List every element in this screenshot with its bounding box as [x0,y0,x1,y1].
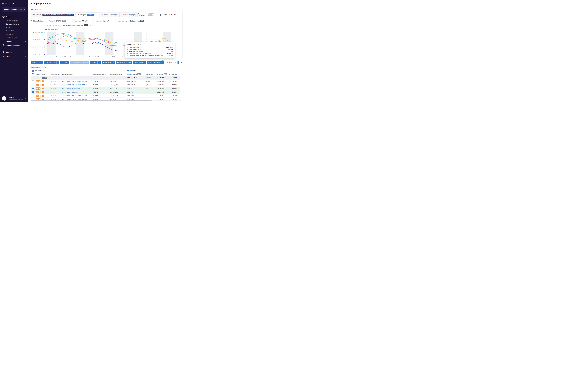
sidebar-group-help[interactable]: ?Help▾ [0,54,28,58]
campaign-name-link[interactable]: CAROUSEL_SLIDESHOW_PROMO [63,84,87,86]
row-checkbox[interactable] [32,88,34,90]
add-new-metric-link[interactable]: + Add new metric [45,29,58,30]
remove-metric-icon[interactable]: × [90,24,91,26]
chevron-down-icon[interactable]: ▾ [67,20,67,22]
customize-view-button[interactable]: Customize view▾ [178,60,183,64]
create-filter-label[interactable]: Create filter [34,9,42,10]
metric-chip-ctr-all[interactable]: FacebookCTR (all)▾× [71,19,91,23]
edit-button[interactable]: Edit▾ [90,60,101,64]
remove-metric-icon[interactable]: × [146,20,147,22]
sidebar-group-google[interactable]: GGoogle▾ [0,39,28,43]
chevron-down-icon[interactable]: ▾ [99,62,99,63]
remove-metric-icon[interactable]: × [89,20,90,22]
remove-metric-icon[interactable]: × [68,20,69,22]
row-checkbox[interactable] [32,91,34,93]
status-toggle[interactable]: ON [36,88,41,90]
clone-button[interactable]: Clone [60,60,69,64]
expand-caret-icon[interactable]: ▾ [62,84,63,86]
table-row[interactable]: ON ! NO DATA ▾CAROUSEL_SLIDESHOW_PROMO A… [31,83,180,87]
analyze-product-data-button[interactable]: Analyze Product DataNEW [147,60,164,64]
more-actions-button[interactable]: More actions▾ [133,60,146,64]
date-comparison-toggle[interactable]: OFF [148,14,154,16]
breakdowns-none-button[interactable]: Breakdowns: None▾ [116,60,132,64]
export-button[interactable]: Export▾ [165,60,177,64]
date-range-picker[interactable]: Jun 18 - Jul 18, 2022 [158,13,178,17]
campaign-name-link[interactable]: CAROUSEL_CAMPAIGN [63,92,80,93]
vertical-scrollbar[interactable] [182,11,183,58]
campaign-name-link[interactable]: CAROUSEL_CAMPAIGN [63,88,80,90]
sidebar-group-settings[interactable]: ⚙Settings▾ [0,50,28,54]
horizontal-scrollbar[interactable] [31,100,152,101]
header-campaign-status[interactable]: Campaign Status ↑↓ [92,72,109,76]
chevron-down-icon[interactable]: ▾ [89,25,90,26]
row-checkbox[interactable] [32,95,34,97]
tooltip-metric-label: Facebook – CPC (all): [129,46,142,48]
chart-icon[interactable] [169,74,170,75]
prev-date-range-arrow[interactable]: ‹ [156,14,157,16]
add-to-chart-button[interactable]: Add to chart▾ [44,60,60,64]
chevron-down-icon[interactable]: ▾ [175,62,176,63]
tab-ad-accounts[interactable]: Ad Accounts Ad Account - Mixed Ads (impo… [31,12,76,17]
table-row[interactable]: ON ! NO DATA ▾CAROUSEL_CAMPAIGN ACTIVE N… [31,90,180,94]
expand-caret-icon[interactable]: ▾ [62,81,63,82]
sidebar-group-facebook[interactable]: fFacebook▴ [0,15,28,19]
campaign-name-link[interactable]: CAROUSEL_SLIDESHOW_PROMO [63,80,87,82]
row-checkbox[interactable] [32,80,34,82]
table-row[interactable]: ON ! NO DATA ▾CAROUSEL_SLIDESHOW_PROMO A… [31,80,180,83]
remove-metric-icon[interactable]: × [111,20,112,22]
chevron-down-icon[interactable]: ▾ [110,20,110,22]
user-profile[interactable]: Your Name your.email@company.com ▾ [0,94,28,102]
chevron-down-icon[interactable]: ▾ [58,62,58,63]
next-date-range-arrow[interactable]: › [179,14,180,16]
metric-prefix: Facebook [117,20,124,22]
metric-chip-cost-per-outbound-click[interactable]: FacebookCost per Outbound ClickPLN▾× [114,19,148,23]
row-checkbox[interactable] [32,84,34,86]
tab-ads[interactable]: Ads for 2 Campaigns [119,12,138,17]
button-label: Breakdowns: None [117,62,130,63]
status-toggle[interactable]: ON [36,91,41,93]
sidebar-item-audiences[interactable]: Audiences [0,26,28,29]
chevron-down-icon: ▾ [24,9,25,10]
metric-label: CPC (all) [56,20,62,22]
y-tick: 0.09 [32,32,34,34]
sidebar-item-automation[interactable]: Automation [0,29,28,32]
sidebar-group-product-segments[interactable]: Product Segments [0,43,28,47]
chart-options-link[interactable]: ⚙ Chart Options [31,19,43,22]
tab-campaigns[interactable]: Campaigns 2 selected × [76,12,99,17]
status-toggle[interactable]: ON [36,84,41,86]
tooltip-metric-label: Facebook – Cost per Outbound Click: [129,53,152,54]
campaign-name-link[interactable]: CAROUSEL_SLIDESHOW_PROMO [63,95,87,97]
tab-ad-sets[interactable]: Ad Sets for 2 Campaigns [99,12,120,17]
header-campaign-created[interactable]: Campaign Created ↓ [109,72,126,76]
sidebar-item-product-insights[interactable]: Product Insights [0,36,28,39]
status-toggle[interactable]: ON [36,80,41,82]
expand-caret-icon[interactable]: ▾ [62,88,63,89]
chart-icon[interactable] [154,74,155,75]
expand-caret-icon[interactable]: ▾ [62,95,63,96]
refine-audience-button[interactable]: Refine audience [102,60,115,64]
metric-chip-cpc-all[interactable]: FacebookCPC (all)USD▾× [46,19,70,23]
select-all-checkbox[interactable] [32,74,34,75]
remove-filter-icon[interactable]: × [72,14,74,16]
sidebar-item-create-campaign[interactable]: Create Campaign [0,19,28,22]
metric-chip-fb-action-advertising-to-sales-ratio[interactable]: Adds to Cart (all)(FB Action) Advertisin… [46,24,92,27]
pause-button[interactable]: Pause▾ [31,60,43,64]
expand-caret-icon[interactable]: ▾ [62,92,63,93]
sort-icon[interactable]: ↑↓ [105,74,106,75]
chevron-down-icon[interactable]: ▾ [41,62,42,63]
sidebar-item-campaign-insights[interactable]: Campaign Insights [0,22,28,26]
sort-icon[interactable]: ↓ [123,74,123,75]
create-filter-link[interactable]: + Create filter [31,9,42,10]
chevron-down-icon[interactable]: ▾ [88,20,88,22]
chevron-down-icon[interactable]: ▾ [144,20,145,22]
table-row[interactable]: ON ! NO DATA ▾CAROUSEL_SLIDESHOW_PROMO A… [31,94,180,98]
chevron-down-icon[interactable]: ▾ [130,62,131,63]
metric-chip-clicks-all[interactable]: FacebookClicks (all)▾× [92,19,113,23]
metric-prefix: Adds to Cart (all) [49,24,60,26]
table-row[interactable]: ON ! NO DATA ▾CAROUSEL_CAMPAIGN ACTIVE F… [31,87,180,90]
status-toggle[interactable]: ON [36,95,41,97]
chevron-down-icon[interactable]: ▾ [144,62,144,63]
remove-filter-icon[interactable]: × [95,14,97,16]
store-selector[interactable]: Your E-Commerce Store ▾ [2,7,26,12]
sidebar-item-creatives[interactable]: Creatives [0,32,28,36]
